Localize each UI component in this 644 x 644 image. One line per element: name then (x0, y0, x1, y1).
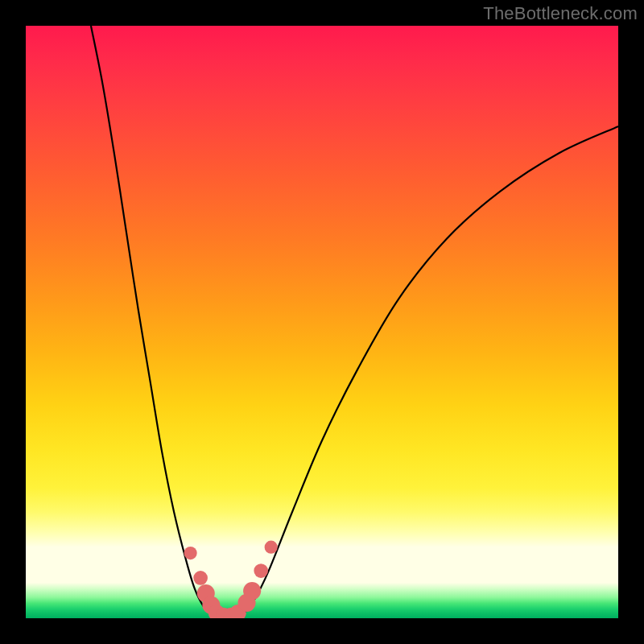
marker-dot (193, 571, 208, 585)
left-curve (91, 26, 213, 615)
marker-group (184, 541, 278, 618)
right-curve (242, 126, 618, 615)
chart-frame: TheBottleneck.com (0, 0, 644, 644)
watermark-text: TheBottleneck.com (483, 3, 638, 24)
marker-dot (243, 582, 261, 600)
curve-overlay (26, 26, 618, 618)
marker-dot (254, 564, 268, 578)
marker-dot (265, 541, 278, 554)
marker-dot (184, 547, 197, 559)
plot-area (26, 26, 618, 618)
